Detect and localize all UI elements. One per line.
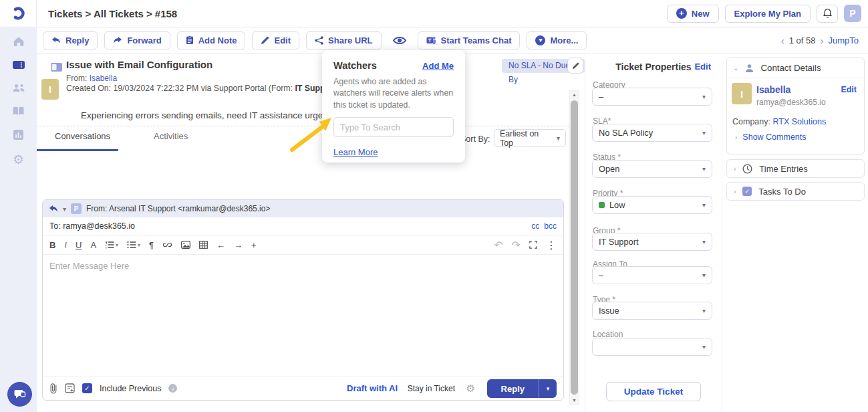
scroll-down-icon[interactable]: ▼	[570, 398, 579, 403]
insert-image-button[interactable]	[181, 241, 190, 249]
outdent-button[interactable]: ←	[216, 240, 225, 250]
priority-select[interactable]: Low▾	[592, 196, 712, 214]
learn-more-link[interactable]: Learn More	[333, 147, 378, 157]
status-select[interactable]: Open▾	[592, 160, 712, 178]
tab-conversations[interactable]: Conversations	[55, 131, 110, 141]
tasks-to-do-section[interactable]: › ✓ Tasks To Do	[726, 182, 865, 201]
update-ticket-button[interactable]: Update Ticket	[606, 382, 701, 401]
add-me-link[interactable]: Add Me	[422, 61, 454, 71]
group-select[interactable]: IT Support▾	[592, 233, 712, 251]
composer-from: From: Arsenal IT Support <ramkumar@desk3…	[86, 204, 270, 213]
stay-in-ticket-label: Stay in Ticket	[408, 384, 455, 393]
show-comments-toggle[interactable]: › Show Comments	[735, 132, 807, 142]
notifications-button[interactable]	[817, 5, 838, 23]
chevron-down-circle-icon: ▾	[535, 35, 545, 45]
contact-edit-link[interactable]: Edit	[841, 85, 857, 94]
insert-more-button[interactable]: +	[251, 240, 257, 250]
send-reply-button[interactable]: Reply	[487, 379, 539, 398]
reply-arrow-icon[interactable]	[49, 205, 58, 213]
reply-type-caret-icon[interactable]: ▾	[63, 205, 66, 213]
edit-button[interactable]: Edit	[252, 31, 299, 49]
bcc-link[interactable]: bcc	[544, 221, 557, 231]
draft-with-ai-button[interactable]: Draft with AI	[347, 383, 398, 393]
underline-button[interactable]: U	[76, 240, 82, 250]
attachment-icon[interactable]	[49, 383, 57, 394]
watchers-popup: Watchers Add Me Agents who are added as …	[322, 50, 465, 163]
bold-button[interactable]: B	[49, 240, 55, 250]
message-editor[interactable]: Enter Message Here	[43, 255, 563, 376]
reply-button[interactable]: Reply	[43, 31, 98, 49]
redo-button[interactable]: ↷	[512, 239, 521, 251]
new-button[interactable]: + New	[667, 5, 719, 23]
insert-link-button[interactable]	[162, 241, 172, 249]
priority-low-dot	[599, 202, 605, 208]
user-avatar[interactable]: P	[844, 5, 861, 22]
sidebar-item-home[interactable]	[13, 35, 25, 47]
email-icon	[50, 62, 63, 72]
bullet-list-button[interactable]: ▾	[127, 241, 140, 249]
chevron-left-icon[interactable]: ‹	[781, 35, 784, 46]
chevron-right-icon[interactable]: ›	[820, 35, 823, 46]
chevron-down-icon: ▾	[702, 93, 706, 100]
sort-by-dropdown[interactable]: Earliest on Top ▾	[494, 129, 566, 147]
company-link[interactable]: RTX Solutions	[772, 117, 826, 126]
sidebar-item-reports[interactable]	[13, 129, 24, 140]
send-settings-gear-icon[interactable]: ⚙	[466, 383, 475, 395]
more-button[interactable]: ▾ More...	[527, 31, 587, 49]
divider	[37, 126, 569, 126]
start-teams-chat-button[interactable]: Start Teams Chat	[418, 31, 521, 49]
include-previous-checkbox[interactable]: ✓	[82, 383, 92, 393]
desk365-logo-icon	[10, 5, 26, 21]
pagination-position: 1 of 58	[789, 35, 816, 45]
insert-table-button[interactable]	[199, 241, 208, 249]
sla-select[interactable]: No SLA Policy▾	[592, 124, 712, 142]
cc-link[interactable]: cc	[531, 221, 539, 231]
bullet-list-icon	[127, 241, 136, 249]
watchers-button[interactable]	[388, 31, 411, 49]
tab-activities[interactable]: Activities	[154, 131, 188, 141]
app-logo[interactable]	[0, 0, 37, 27]
scrollbar-thumb[interactable]	[571, 100, 578, 395]
contact-email: ramya@desk365.io	[756, 98, 826, 107]
fullscreen-icon[interactable]	[529, 241, 537, 249]
explore-my-plan-button[interactable]: Explore My Plan	[725, 5, 811, 23]
sidebar-item-contacts[interactable]	[12, 83, 25, 93]
ordered-list-button[interactable]: ▾	[105, 241, 118, 249]
conversation-scrollbar[interactable]: ▲ ▼	[569, 90, 579, 405]
undo-button[interactable]: ↶	[494, 239, 502, 251]
add-note-button[interactable]: Add Note	[177, 31, 246, 49]
category-select[interactable]: –▾	[592, 88, 712, 106]
sidebar-item-knowledge-base[interactable]	[12, 106, 25, 116]
share-url-button[interactable]: Share URL	[306, 31, 381, 49]
font-options-button[interactable]: A	[90, 240, 96, 250]
scroll-up-icon[interactable]: ▲	[570, 92, 579, 97]
reply-options-caret[interactable]: ▾	[539, 379, 557, 398]
caret-down-icon: ▾	[138, 242, 140, 248]
more-options-icon[interactable]: ⋮	[546, 239, 557, 251]
requester-link[interactable]: Isabella	[90, 74, 117, 83]
edit-due-date-button[interactable]	[567, 58, 583, 74]
watchers-search-input[interactable]	[333, 117, 454, 137]
italic-button[interactable]: i	[64, 239, 67, 250]
active-tab-underline	[37, 149, 118, 151]
pencil-icon	[572, 62, 579, 70]
composer-to-row[interactable]: To: ramya@desk365.io cc bcc	[43, 217, 563, 235]
sidebar-item-tickets[interactable]	[12, 60, 25, 70]
sidebar-item-settings[interactable]: ⚙	[13, 153, 24, 167]
time-entries-section[interactable]: › Time Entries	[726, 159, 865, 178]
properties-edit-link[interactable]: Edit	[694, 62, 711, 72]
contact-details-header[interactable]: ⌄ Contact Details	[727, 58, 864, 78]
indent-button[interactable]: →	[234, 240, 243, 250]
assign-to-select[interactable]: –▾	[592, 266, 712, 284]
location-select[interactable]: ▾	[592, 338, 712, 356]
support-chat-widget[interactable]	[7, 382, 32, 407]
contacts-icon	[12, 83, 25, 93]
to-value[interactable]: To: ramya@desk365.io	[49, 221, 135, 231]
canned-response-icon[interactable]	[65, 383, 75, 393]
jump-to-link[interactable]: JumpTo	[828, 35, 859, 45]
forward-button[interactable]: Forward	[104, 31, 170, 49]
contact-name-link[interactable]: Isabella	[756, 84, 790, 95]
ticket-pagination: ‹ 1 of 58 › JumpTo	[781, 35, 868, 46]
type-select[interactable]: Issue▾	[592, 302, 712, 320]
paragraph-format-button[interactable]: ¶	[149, 240, 154, 250]
